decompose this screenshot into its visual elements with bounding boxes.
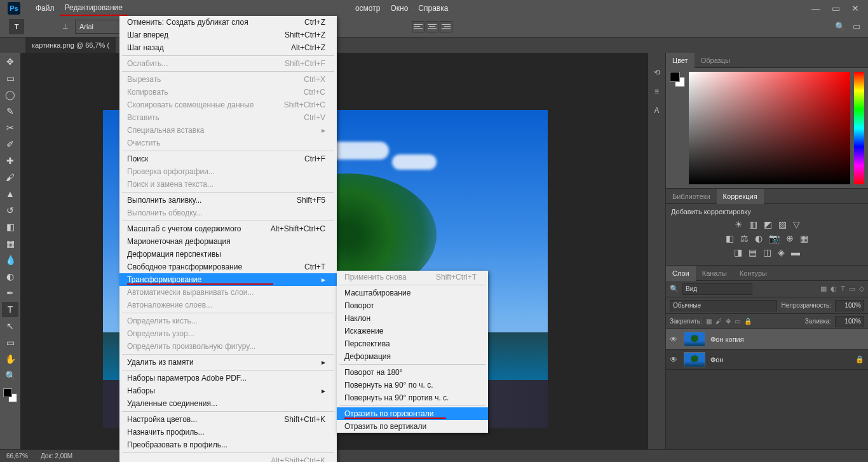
brightness-icon[interactable]: ☀ [735, 219, 743, 229]
blur-tool-icon[interactable]: 💧 [2, 252, 18, 268]
menu-item[interactable]: Масштаб с учетом содержимогоAlt+Shift+Ct… [119, 222, 337, 235]
swatches-tab[interactable]: Образцы [695, 53, 736, 68]
photo-filter-icon[interactable]: 📷 [769, 233, 780, 243]
visibility-icon[interactable]: 👁 [670, 355, 679, 364]
gradient-map-icon[interactable]: ▬ [791, 247, 800, 257]
blend-mode-select[interactable] [670, 300, 777, 311]
menu-item[interactable]: Искажение [337, 325, 488, 337]
channel-mixer-icon[interactable]: ⊕ [786, 233, 794, 243]
menu-item[interactable]: Наклон [337, 312, 488, 325]
orientation-icon[interactable]: ⊥ [62, 22, 69, 31]
layer-name[interactable]: Фон копия [710, 336, 744, 343]
menu-item[interactable]: Выполнить заливку...Shift+F5 [119, 194, 337, 207]
menu-item[interactable]: Повернуть на 90° по ч. с. [337, 379, 488, 391]
align-left-icon[interactable] [412, 21, 424, 32]
menu-item[interactable]: Назначить профиль... [119, 426, 337, 438]
color-field[interactable] [689, 72, 850, 184]
menu-item[interactable]: Свободное трансформированиеCtrl+T [119, 261, 337, 273]
exposure-icon[interactable]: ▨ [778, 219, 787, 229]
levels-icon[interactable]: ▥ [749, 219, 757, 229]
menu-item[interactable]: Поворот на 180° [337, 366, 488, 379]
doc-size[interactable]: Док: 2,00M [41, 452, 72, 459]
menu-item[interactable]: Перспектива [337, 337, 488, 350]
filter-pixel-icon[interactable]: ▦ [820, 285, 827, 293]
posterize-icon[interactable]: ▤ [749, 247, 757, 257]
layer-name[interactable]: Фон [710, 356, 724, 363]
hue-slider[interactable] [854, 72, 864, 184]
filter-smart-icon[interactable]: ◇ [859, 285, 864, 293]
pen-tool-icon[interactable]: ✒ [2, 285, 18, 301]
gradient-tool-icon[interactable]: ▦ [2, 236, 18, 251]
dodge-tool-icon[interactable]: ◐ [2, 269, 18, 284]
menu-item[interactable]: Трансформирование▸ [119, 273, 337, 286]
paths-tab[interactable]: Контуры [733, 266, 773, 281]
history-brush-tool-icon[interactable]: ↺ [2, 203, 18, 218]
align-center-icon[interactable] [426, 21, 438, 32]
align-right-icon[interactable] [440, 21, 452, 32]
type-tool-icon[interactable]: T [2, 302, 18, 317]
vibrance-icon[interactable]: ▽ [793, 219, 800, 229]
lock-artboard-icon[interactable]: ▭ [735, 318, 740, 325]
menu-item[interactable]: Шаг назадAlt+Ctrl+Z [119, 41, 337, 54]
filter-adjust-icon[interactable]: ◐ [831, 285, 837, 293]
properties-icon[interactable]: ≡ [654, 87, 659, 96]
menu-item[interactable]: Удаленные соединения... [119, 397, 337, 410]
minimize-icon[interactable]: — [811, 3, 820, 13]
hand-tool-icon[interactable]: ✋ [2, 351, 18, 367]
lock-position-icon[interactable]: ✥ [726, 318, 731, 325]
menu-window[interactable]: Окно [385, 1, 413, 15]
lock-image-icon[interactable]: 🖌 [715, 318, 722, 325]
invert-icon[interactable]: ◨ [734, 247, 742, 257]
menu-item[interactable]: Наборы параметров Adobe PDF... [119, 372, 337, 384]
menu-item[interactable]: Отразить по горизонтали [337, 407, 488, 420]
eraser-tool-icon[interactable]: ◧ [2, 219, 18, 234]
layer-row[interactable]: 👁 Фон 🔒 [666, 350, 868, 370]
lock-all-icon[interactable]: 🔒 [744, 318, 752, 325]
opacity-input[interactable] [835, 300, 864, 311]
menu-item[interactable]: Деформация перспективы [119, 248, 337, 261]
menu-item[interactable]: Шаг впередShift+Ctrl+Z [119, 29, 337, 41]
fill-input[interactable] [835, 316, 864, 327]
menu-file[interactable]: Файл [31, 1, 60, 15]
move-tool-icon[interactable]: ✥ [2, 54, 18, 69]
menu-help[interactable]: Справка [413, 1, 453, 15]
menu-view[interactable]: осмотр [350, 1, 386, 15]
layers-tab[interactable]: Слои [666, 266, 696, 281]
crop-tool-icon[interactable]: ✂ [2, 120, 18, 135]
brush-tool-icon[interactable]: 🖌 [2, 170, 18, 185]
color-swatch[interactable] [3, 388, 17, 402]
balance-icon[interactable]: ⚖ [740, 233, 749, 243]
path-select-tool-icon[interactable]: ↖ [2, 318, 18, 334]
filter-shape-icon[interactable]: ▭ [849, 285, 855, 293]
lasso-tool-icon[interactable]: ◯ [2, 87, 18, 102]
menu-item[interactable]: Марионеточная деформация [119, 235, 337, 248]
shape-tool-icon[interactable]: ▭ [2, 335, 18, 350]
character-icon[interactable]: A [654, 106, 659, 115]
menu-item[interactable]: Масштабирование [337, 287, 488, 299]
corrections-tab[interactable]: Коррекция [717, 189, 764, 204]
menu-item[interactable]: Преобразовать в профиль... [119, 438, 337, 451]
document-tab[interactable]: картинка.png @ 66,7% ( [25, 37, 116, 53]
hue-icon[interactable]: ◧ [726, 233, 734, 243]
layer-row[interactable]: 👁 Фон копия [666, 329, 868, 350]
curves-icon[interactable]: ◩ [764, 219, 772, 229]
menu-item[interactable]: Удалить из памяти▸ [119, 356, 337, 369]
quick-select-tool-icon[interactable]: ✎ [2, 104, 18, 119]
eyedropper-tool-icon[interactable]: ✐ [2, 137, 18, 152]
maximize-icon[interactable]: ▭ [832, 3, 840, 13]
tool-preset-icon[interactable]: T [9, 19, 24, 34]
layer-thumbnail[interactable] [684, 332, 705, 347]
menu-edit[interactable]: Редактирование [60, 1, 128, 16]
zoom-tool-icon[interactable]: 🔍 [2, 368, 18, 383]
menu-item[interactable]: ПоискCtrl+F [119, 153, 337, 165]
layer-filter-select[interactable] [682, 283, 752, 295]
heal-tool-icon[interactable]: ✚ [2, 153, 18, 168]
history-icon[interactable]: ⟲ [654, 68, 660, 77]
marquee-tool-icon[interactable]: ▭ [2, 71, 18, 86]
menu-item[interactable]: Отразить по вертикали [337, 420, 488, 433]
menu-item[interactable]: Деформация [337, 350, 488, 363]
menu-item[interactable]: Повернуть на 90° против ч. с. [337, 391, 488, 404]
zoom-level[interactable]: 66,67% [6, 452, 28, 459]
color-fg-bg[interactable] [670, 72, 685, 87]
stamp-tool-icon[interactable]: ▲ [2, 186, 18, 201]
